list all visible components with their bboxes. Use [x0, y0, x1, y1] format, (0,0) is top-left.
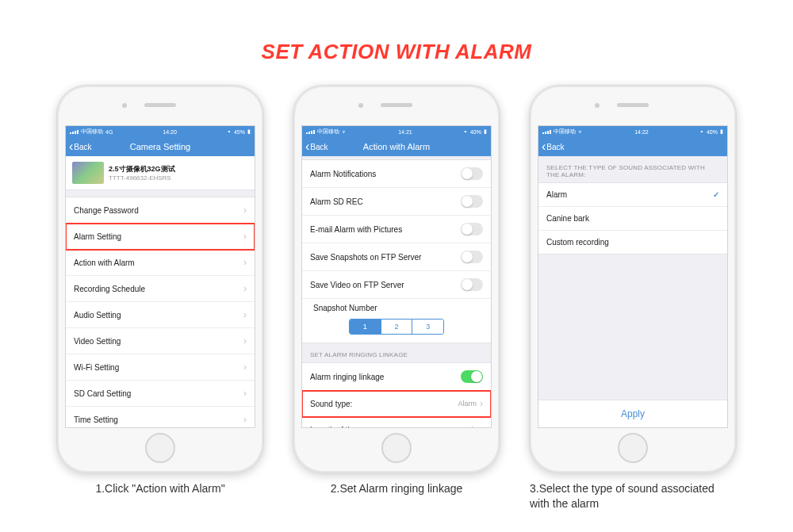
page-title: SET ACTION WITH ALARM: [0, 0, 793, 85]
row-wifi-setting[interactable]: Wi-Fi Setting›: [66, 354, 255, 381]
row-audio-setting[interactable]: Audio Setting›: [66, 302, 255, 328]
chevron-right-icon: ›: [480, 424, 483, 427]
back-button[interactable]: Back: [69, 140, 92, 153]
chevron-right-icon: ›: [243, 362, 247, 373]
row-video-setting[interactable]: Video Setting›: [66, 328, 255, 354]
caption-2: 2.Set Alarm ringing linkage: [331, 481, 463, 496]
row-change-password[interactable]: Change Password›: [66, 197, 255, 224]
phone-2-wrap: 中国移动 ᯤ 14:21 ⚬ 40% ▮ Back Action with Al…: [293, 85, 500, 511]
speaker: [144, 103, 176, 107]
clock: 14:21: [398, 129, 412, 135]
battery-label: 40%: [707, 129, 718, 135]
row-alarm-notifications[interactable]: Alarm Notifications: [302, 160, 491, 188]
row-action-with-alarm[interactable]: Action with Alarm›: [66, 250, 255, 276]
snapshot-option-2[interactable]: 2: [381, 320, 413, 334]
phone-frame-2: 中国移动 ᯤ 14:21 ⚬ 40% ▮ Back Action with Al…: [293, 85, 500, 473]
carrier-label: 中国移动: [554, 128, 576, 136]
row-label: Sound type:: [310, 400, 352, 408]
row-label: Time Setting: [74, 415, 118, 424]
nav-title: Action with Alarm: [363, 142, 430, 151]
caption-3: 3.Select the type of sound associated wi…: [530, 481, 736, 511]
row-email-alarm[interactable]: E-mail Alarm with Pictures: [302, 216, 491, 243]
chevron-right-icon: ›: [243, 231, 247, 242]
status-bar: 中国移动 ᯤ 14:21 ⚬ 40% ▮: [302, 126, 491, 137]
toggle-switch[interactable]: [461, 195, 483, 208]
wifi-icon: ᯤ: [342, 129, 347, 135]
snapshot-number-label: Snapshot Number: [302, 299, 491, 312]
content-3: SELECT THE TYPE OF SOUND ASSOCIATED WITH…: [538, 156, 727, 427]
row-label: Alarm Setting: [74, 232, 121, 241]
row-sound-custom-recording[interactable]: Custom recording: [538, 231, 727, 254]
apply-button[interactable]: Apply: [538, 400, 727, 427]
speaker: [381, 103, 412, 107]
row-sd-card-setting[interactable]: SD Card Setting›: [66, 381, 255, 407]
nav-title: Camera Setting: [130, 142, 190, 151]
home-button[interactable]: [381, 433, 412, 463]
row-label: Action with Alarm: [74, 258, 135, 267]
row-label: Wi-Fi Setting: [74, 363, 119, 372]
row-label: Save Snapshots on FTP Server: [310, 253, 421, 262]
phones-row: 中国移动 4G 14:20 ⚬ 45% ▮ Back Camera Settin…: [0, 85, 793, 511]
row-alarm-sd-rec[interactable]: Alarm SD REC: [302, 188, 491, 216]
content-1: 2.5寸摄像机32G测试 TTTT-496632-EHSRS Change Pa…: [66, 156, 255, 427]
signal-icon: [306, 130, 315, 134]
chevron-right-icon: ›: [243, 257, 247, 268]
home-button[interactable]: [618, 433, 648, 463]
snapshot-option-3[interactable]: 3: [412, 320, 443, 334]
row-label: Alarm: [546, 190, 567, 199]
row-length-of-time[interactable]: Length of time:10 seconds›: [302, 417, 491, 427]
chevron-right-icon: ›: [243, 283, 247, 294]
row-alarm-ringing-linkage[interactable]: Alarm ringing linkage: [302, 363, 491, 391]
row-sound-canine-bark[interactable]: Canine bark: [538, 207, 727, 231]
network-label: 4G: [105, 129, 113, 135]
sound-options-list: Alarm✓ Canine bark Custom recording: [538, 182, 727, 255]
row-label: Canine bark: [546, 214, 589, 223]
nav-bar: Back Camera Setting: [66, 137, 255, 156]
snapshot-number-control[interactable]: 1 2 3: [349, 319, 444, 335]
status-bar: 中国移动 4G 14:20 ⚬ 45% ▮: [66, 126, 255, 137]
bluetooth-icon: ⚬: [463, 128, 468, 135]
back-button[interactable]: Back: [305, 140, 328, 153]
chevron-right-icon: ›: [243, 388, 247, 399]
screen-3: 中国移动 ᯤ 14:22 ⚬ 40% ▮ Back SELECT THE TYP…: [538, 125, 728, 428]
clock: 14:22: [634, 129, 649, 135]
row-label: Save Video on FTP Server: [310, 281, 404, 289]
row-save-snapshots-ftp[interactable]: Save Snapshots on FTP Server: [302, 243, 491, 271]
row-value: Alarm: [458, 400, 477, 408]
device-header[interactable]: 2.5寸摄像机32G测试 TTTT-496632-EHSRS: [66, 156, 255, 190]
row-save-video-ftp[interactable]: Save Video on FTP Server: [302, 271, 491, 299]
row-recording-schedule[interactable]: Recording Schedule›: [66, 276, 255, 302]
chevron-right-icon: ›: [243, 335, 247, 346]
nav-bar: Back Action with Alarm: [302, 137, 491, 156]
toggle-switch[interactable]: [461, 251, 483, 263]
camera-dot: [122, 103, 127, 108]
clock: 14:20: [163, 129, 177, 135]
content-2: Alarm Notifications Alarm SD REC E-mail …: [302, 156, 491, 427]
device-id: TTTT-496632-EHSRS: [109, 174, 175, 182]
bluetooth-icon: ⚬: [227, 128, 232, 135]
row-sound-type[interactable]: Sound type:Alarm›: [302, 391, 491, 417]
settings-list: Change Password› Alarm Setting› Action w…: [66, 197, 255, 427]
battery-label: 40%: [470, 129, 481, 135]
toggle-switch[interactable]: [461, 278, 483, 291]
battery-icon: ▮: [720, 128, 723, 135]
row-alarm-setting[interactable]: Alarm Setting›: [66, 224, 255, 250]
phone-1-wrap: 中国移动 4G 14:20 ⚬ 45% ▮ Back Camera Settin…: [56, 85, 264, 511]
snapshot-option-1[interactable]: 1: [350, 320, 381, 334]
battery-icon: ▮: [247, 128, 251, 135]
screen-2: 中国移动 ᯤ 14:21 ⚬ 40% ▮ Back Action with Al…: [301, 125, 492, 428]
row-time-setting[interactable]: Time Setting›: [66, 407, 255, 427]
toggle-switch[interactable]: [461, 223, 483, 235]
row-label: Recording Schedule: [74, 285, 145, 293]
row-sound-alarm[interactable]: Alarm✓: [538, 183, 727, 207]
nav-bar: Back: [538, 137, 727, 156]
home-button[interactable]: [145, 433, 175, 463]
carrier-label: 中国移动: [317, 128, 339, 136]
back-button[interactable]: Back: [542, 140, 565, 153]
status-bar: 中国移动 ᯤ 14:22 ⚬ 40% ▮: [538, 126, 727, 137]
phone-frame-3: 中国移动 ᯤ 14:22 ⚬ 40% ▮ Back SELECT THE TYP…: [529, 85, 737, 473]
toggle-switch[interactable]: [461, 370, 483, 383]
toggle-switch[interactable]: [461, 167, 483, 180]
chevron-right-icon: ›: [480, 398, 483, 409]
row-label: Custom recording: [546, 238, 609, 247]
